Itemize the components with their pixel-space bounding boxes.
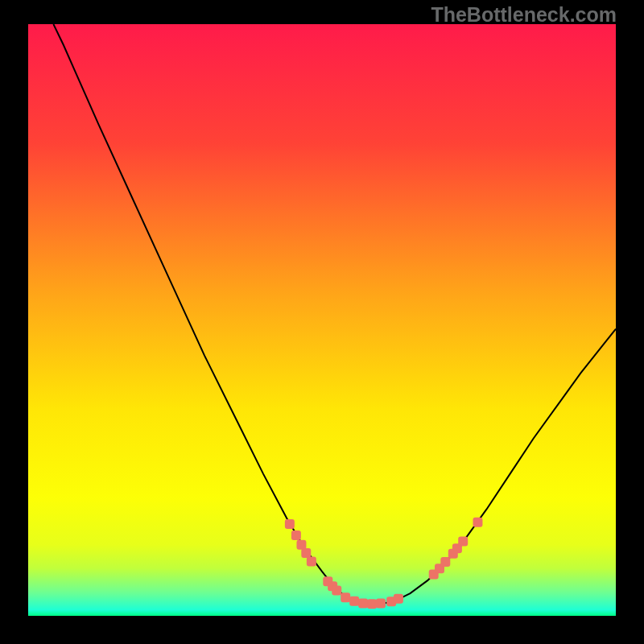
data-marker: [394, 594, 403, 604]
data-marker: [473, 518, 482, 527]
data-marker: [332, 585, 341, 595]
data-marker: [458, 536, 468, 546]
chart-background: [28, 24, 616, 616]
chart-svg: [28, 24, 616, 616]
data-marker: [358, 599, 368, 609]
watermark-text: TheBottleneck.com: [431, 3, 617, 27]
data-marker: [285, 519, 295, 529]
data-marker: [307, 556, 316, 566]
data-marker: [376, 599, 386, 609]
data-marker: [349, 597, 359, 606]
data-marker: [341, 592, 350, 602]
data-marker: [301, 548, 311, 558]
bottleneck-chart: [28, 24, 616, 616]
data-marker: [440, 557, 450, 567]
data-marker: [296, 540, 306, 550]
data-marker: [367, 599, 377, 609]
data-marker: [291, 530, 301, 540]
